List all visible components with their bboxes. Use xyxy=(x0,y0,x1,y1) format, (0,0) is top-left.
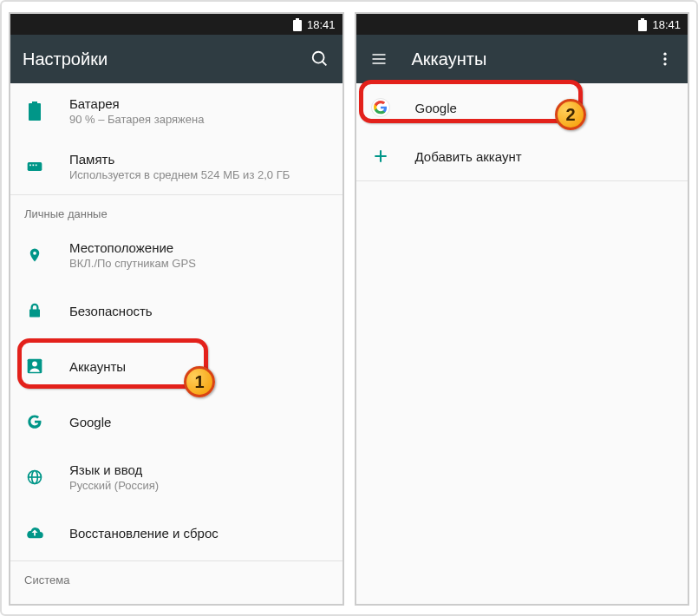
battery-icon xyxy=(638,18,647,31)
row-subtitle: Русский (Россия) xyxy=(69,479,329,492)
settings-list[interactable]: Батарея90 % – Батарея заряжена ПамятьИсп… xyxy=(10,83,342,604)
battery-icon xyxy=(293,18,302,31)
row-title: Батарея xyxy=(69,96,329,111)
row-subtitle: Используется в среднем 524 МБ из 2,0 ГБ xyxy=(69,168,329,181)
status-bar: 18:41 xyxy=(356,14,688,35)
location-icon xyxy=(24,245,45,265)
row-title: Безопасность xyxy=(69,304,329,318)
svg-rect-4 xyxy=(33,165,35,167)
svg-point-14 xyxy=(663,57,666,60)
app-bar: Аккаунты xyxy=(356,35,688,83)
svg-rect-3 xyxy=(29,165,31,167)
google-color-icon xyxy=(370,97,391,118)
overflow-icon[interactable] xyxy=(655,49,675,69)
lock-icon xyxy=(24,300,45,321)
app-bar: Настройки xyxy=(10,35,342,83)
row-account-google[interactable]: Google xyxy=(356,83,688,132)
row-location[interactable]: МестоположениеВКЛ./По спутникам GPS xyxy=(10,227,342,283)
divider xyxy=(356,180,688,181)
phone-left: 18:41 Настройки Батарея90 % – Батарея за… xyxy=(9,12,344,606)
status-bar: 18:41 xyxy=(10,14,342,35)
row-title: Память xyxy=(69,152,329,167)
row-subtitle: 90 % – Батарея заряжена xyxy=(69,113,329,126)
svg-point-8 xyxy=(32,362,37,367)
row-subtitle: ВКЛ./По спутникам GPS xyxy=(69,257,329,270)
row-title: Местоположение xyxy=(69,240,329,255)
page-title: Аккаунты xyxy=(412,49,633,69)
row-storage[interactable]: ПамятьИспользуется в среднем 524 МБ из 2… xyxy=(10,139,342,194)
accounts-list[interactable]: Google Добавить аккаунт xyxy=(356,83,688,604)
menu-icon[interactable] xyxy=(369,49,389,69)
row-title: Google xyxy=(69,415,329,429)
svg-point-0 xyxy=(312,52,323,63)
status-time: 18:41 xyxy=(652,18,681,31)
row-datetime[interactable]: Дата и время xyxy=(10,593,342,604)
row-title: Восстановление и сброс xyxy=(69,526,329,541)
svg-point-13 xyxy=(663,53,666,56)
storage-icon xyxy=(24,156,45,177)
row-language[interactable]: Язык и вводРусский (Россия) xyxy=(10,449,342,505)
backup-icon xyxy=(24,522,45,543)
status-time: 18:41 xyxy=(307,18,336,31)
globe-icon xyxy=(24,467,45,488)
row-title: Язык и ввод xyxy=(69,462,329,477)
row-title: Google xyxy=(415,101,675,115)
plus-icon xyxy=(370,146,391,167)
row-google[interactable]: Google xyxy=(10,394,342,449)
row-title: Аккаунты xyxy=(69,359,329,374)
subheader-personal: Личные данные xyxy=(10,194,342,227)
row-title: Добавить аккаунт xyxy=(415,149,675,164)
battery-icon xyxy=(24,101,45,121)
accounts-icon xyxy=(24,356,45,377)
row-battery[interactable]: Батарея90 % – Батарея заряжена xyxy=(10,83,342,139)
row-add-account[interactable]: Добавить аккаунт xyxy=(356,132,688,180)
svg-rect-5 xyxy=(36,165,37,167)
google-icon xyxy=(24,411,45,432)
svg-line-1 xyxy=(322,62,326,66)
search-icon[interactable] xyxy=(310,49,330,69)
svg-rect-2 xyxy=(28,162,42,171)
row-security[interactable]: Безопасность xyxy=(10,283,342,338)
phone-right: 18:41 Аккаунты Google Добавить аккаунт xyxy=(355,12,690,606)
svg-point-15 xyxy=(663,62,666,65)
page-title: Настройки xyxy=(23,49,287,69)
subheader-system: Система xyxy=(10,560,342,593)
row-accounts[interactable]: Аккаунты xyxy=(10,338,342,394)
row-backup[interactable]: Восстановление и сброс xyxy=(10,505,342,560)
svg-point-6 xyxy=(33,252,36,255)
